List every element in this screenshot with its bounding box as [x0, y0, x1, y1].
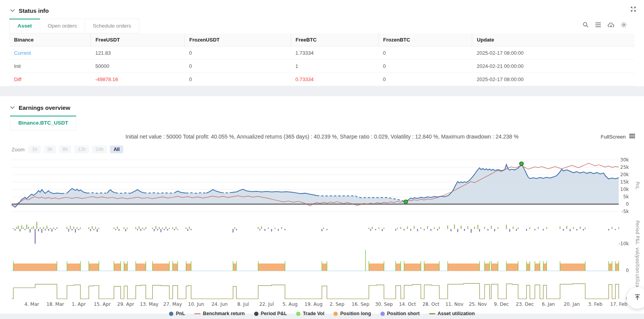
svg-text:15. Apr: 15. Apr [94, 302, 111, 307]
cell: 0 [378, 73, 472, 86]
col-frozenusdt: FrozenUSDT [185, 33, 291, 47]
svg-text:-10k: -10k [618, 241, 629, 246]
status-info-title: Status info [19, 7, 49, 14]
tab-open-orders[interactable]: Open orders [40, 19, 85, 33]
zoom-button-24h[interactable]: 24h [92, 146, 107, 153]
row-label: Diff [9, 73, 91, 86]
legend-item-asset-utilization[interactable]: Asset utilization [429, 311, 475, 316]
svg-text:5. Aug: 5. Aug [283, 302, 298, 307]
svg-text:vol/position: vol/position [635, 248, 640, 273]
legend-item-position-long[interactable]: Position long [333, 311, 371, 316]
svg-text:13. May: 13. May [140, 302, 159, 307]
cell: 2024-02-21 00:00:00 [472, 60, 635, 73]
svg-text:10. Jun: 10. Jun [188, 302, 204, 307]
cell: 0 [185, 47, 291, 60]
svg-text:29. Apr: 29. Apr [117, 302, 134, 307]
cell: 1.73334 [291, 47, 378, 60]
row-label[interactable]: Current [9, 47, 91, 60]
zoom-button-8h[interactable]: 8h [59, 146, 71, 153]
asset-table-header-row: Binance FreeUSDT FrozenUSDT FreeBTC Froz… [9, 33, 635, 47]
svg-text:5k: 5k [623, 194, 629, 199]
svg-text:6. Jan: 6. Jan [542, 302, 555, 307]
col-freebtc: FreeBTC [291, 33, 378, 47]
earnings-title: Earnings overview [19, 104, 70, 111]
menu-icon[interactable] [595, 22, 601, 29]
svg-text:25. Nov: 25. Nov [469, 302, 487, 307]
svg-text:11. Nov: 11. Nov [445, 302, 463, 307]
legend-item-position-short[interactable]: Position short [380, 311, 420, 316]
collapse-chevron-icon[interactable] [10, 106, 15, 109]
chart-menu-icon[interactable] [629, 133, 635, 140]
svg-text:-5k: -5k [621, 209, 629, 214]
svg-text:17. Feb: 17. Feb [610, 302, 627, 307]
zoom-button-3h[interactable]: 3h [44, 146, 56, 153]
col-freeusdt: FreeUSDT [91, 33, 184, 47]
svg-text:4. Mar: 4. Mar [24, 302, 39, 307]
svg-text:20. Jan: 20. Jan [564, 302, 579, 307]
svg-text:28. Oct: 28. Oct [422, 302, 440, 307]
status-tabs: Asset Open orders Schedule orders [9, 19, 635, 33]
cell: 0.73334 [291, 73, 378, 86]
zoom-button-1h[interactable]: 1h [28, 146, 40, 153]
col-binance: Binance [9, 33, 91, 47]
cell: 2025-02-17 08:00:00 [472, 47, 635, 60]
chart-fullscreen-button[interactable]: FullScreen [600, 134, 626, 140]
table-row: Current121.8301.7333402025-02-17 08:00:0… [9, 47, 635, 60]
asset-table: Binance FreeUSDT FrozenUSDT FreeBTC Froz… [9, 33, 635, 86]
cell: 0 [185, 60, 291, 73]
legend-item-benchmark-return[interactable]: Benchmark return [194, 311, 245, 316]
cell: -49878.16 [91, 73, 184, 86]
legend-item-period-p-l[interactable]: Period P&L [254, 311, 287, 316]
svg-text:Period P&L: Period P&L [635, 220, 640, 244]
zoom-button-all[interactable]: All [110, 146, 123, 153]
cell: 2025-02-17 08:00:00 [472, 73, 635, 86]
svg-text:2. Sep: 2. Sep [330, 302, 344, 307]
tab-binance-btc-usdt[interactable]: Binance.BTC_USDT [10, 116, 76, 130]
dot-swatch [333, 312, 338, 316]
svg-text:15k: 15k [620, 179, 629, 185]
svg-text:24. Jun: 24. Jun [211, 302, 228, 307]
dot-swatch [254, 312, 258, 316]
svg-text:PnL: PnL [635, 182, 640, 190]
table-row: Init500000102024-02-21 00:00:00 [9, 60, 635, 73]
fullscreen-expand-icon[interactable] [630, 6, 636, 14]
cell: 0 [185, 73, 291, 86]
collapse-chevron-icon[interactable] [10, 9, 15, 12]
legend-item-trade-vol[interactable]: Trade Vol [296, 311, 324, 316]
table-toolbar [583, 22, 627, 29]
line-swatch [194, 313, 201, 314]
cell: 0 [378, 60, 472, 73]
earnings-overview-panel: Earnings overview Binance.BTC_USDT Initi… [0, 96, 644, 314]
tab-schedule-orders[interactable]: Schedule orders [85, 19, 139, 33]
earnings-chart[interactable]: 30k25k20k15k10k5k0-5k-10k004. Mar18. Mar… [0, 154, 644, 310]
status-info-panel: Status info Asset Open orders Schedule o… [0, 0, 644, 86]
svg-text:0: 0 [626, 201, 629, 207]
cell: 50000 [91, 60, 184, 73]
svg-text:0: 0 [626, 268, 629, 273]
dot-swatch [169, 312, 173, 316]
svg-text:16. Sep: 16. Sep [352, 302, 370, 307]
settings-gear-icon[interactable] [621, 22, 627, 29]
svg-text:3. Feb: 3. Feb [588, 302, 602, 307]
dot-swatch [380, 312, 385, 316]
cell: 1 [291, 60, 378, 73]
back-to-top-icon [634, 293, 641, 303]
performance-stats: Initial net value : 50000 Total profit: … [0, 133, 644, 140]
col-frozenbtc: FrozenBTC [378, 33, 472, 47]
cloud-download-icon[interactable] [607, 22, 614, 29]
dot-swatch [296, 312, 300, 316]
table-row: Diff-49878.1600.7333402025-02-17 08:00:0… [9, 73, 635, 86]
tab-asset[interactable]: Asset [9, 19, 40, 33]
svg-text:22. Jul: 22. Jul [259, 302, 274, 307]
cell: 121.83 [91, 47, 184, 60]
cell: 0 [378, 47, 472, 60]
svg-text:23. Dec: 23. Dec [516, 302, 534, 307]
status-info-header: Status info [9, 4, 635, 17]
line-swatch [429, 313, 435, 314]
legend-item-pnl[interactable]: PnL [169, 311, 185, 316]
svg-text:27. May: 27. May [163, 302, 182, 307]
search-icon[interactable] [583, 22, 589, 29]
zoom-button-12h[interactable]: 12h [74, 146, 89, 153]
svg-text:14. Oct: 14. Oct [399, 302, 416, 307]
svg-text:8. Jul: 8. Jul [237, 302, 249, 307]
